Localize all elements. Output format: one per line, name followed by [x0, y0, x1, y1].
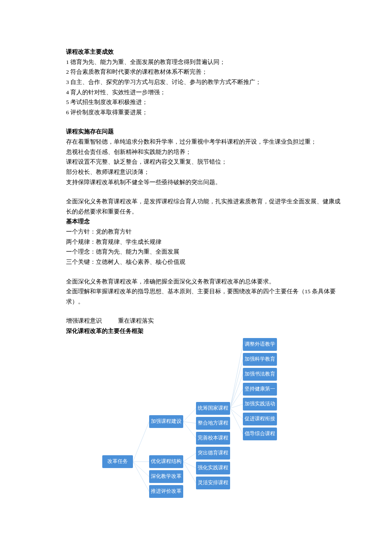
diagram-connectors — [102, 338, 375, 517]
svg-line-16 — [230, 408, 243, 434]
diagram-node-l4: 坚持健康第一 — [243, 383, 277, 396]
section-3-title: 基本理念 — [66, 217, 341, 227]
line-pair-left: 增强课程意识 — [66, 318, 102, 324]
section-1-title: 课程改革主要成效 — [66, 47, 341, 57]
svg-line-14 — [230, 404, 243, 408]
diagram-node-l4: 加强实践活动 — [243, 398, 277, 410]
section-3-item: 一个理念：德育为先、能力为重、全面发展 — [66, 247, 341, 257]
diagram-node-l3: 完善校本课程 — [196, 432, 230, 445]
svg-line-4 — [183, 408, 196, 422]
line-pair: 增强课程意识重在课程落实 — [66, 316, 341, 326]
diagram-node-l3: 统筹国家课程 — [196, 402, 230, 415]
diagram-node-l2: 加强课程建设 — [149, 415, 183, 428]
svg-line-11 — [230, 359, 243, 408]
svg-line-3 — [133, 462, 149, 491]
diagram-node-root: 改革任务 — [102, 455, 133, 468]
diagram-node-l4: 促进课程衔接 — [243, 413, 277, 425]
section-1-item: 6 评价制度改革取得重要进展； — [66, 107, 341, 118]
section-1-item: 2 符合素质教育和时代要求的课程教材体系不断完善； — [66, 67, 341, 77]
section-2-item: 支持保障课程改革机制不健全等一些亟待破解的突出问题。 — [66, 177, 341, 188]
svg-line-12 — [230, 374, 243, 408]
diagram-node-l2: 推进评价改革 — [149, 485, 183, 498]
svg-line-0 — [133, 422, 149, 462]
diagram-node-l2: 优化课程结构 — [149, 455, 183, 468]
diagram-node-l4: 加强书法教育 — [243, 368, 277, 381]
section-2-item: 部分校长、教师课程意识淡薄； — [66, 167, 341, 177]
section-2-item: 忽视社会责任感、创新精神和实践能力的培养； — [66, 147, 341, 157]
section-1-item: 4 育人的针对性、实效性进一步增强； — [66, 87, 341, 98]
section-4-title: 深化课程改革的主要任务框架 — [66, 326, 341, 336]
svg-line-6 — [183, 422, 196, 438]
task-framework-diagram: 改革任务 加强课程建设 优化课程结构 深化教学改革 推进评价改革 统筹国家课程 … — [102, 338, 375, 517]
section-1-item: 5 考试招生制度改革积极推进； — [66, 97, 341, 107]
svg-line-7 — [183, 453, 196, 462]
section-1-item: 3 自主、合作、探究的学习方式与启发、讨论、参与的教学方式不断推广； — [66, 77, 341, 87]
diagram-node-l4: 倡导综合课程 — [243, 428, 277, 440]
diagram-node-l3: 强化实践课程 — [196, 462, 230, 474]
diagram-node-l4: 调整外语教学 — [243, 338, 277, 351]
section-3-item: 三个关键：立德树人、核心素养、核心价值观 — [66, 257, 341, 267]
diagram-node-l3: 整合地方课程 — [196, 417, 230, 430]
diagram-node-l4: 加强科学教育 — [243, 353, 277, 366]
paragraph: 全面深化义务教育课程改革，是发挥课程综合育人功能，扎实推进素质教育，促进学生全面… — [66, 197, 341, 217]
section-2-title: 课程实施存在问题 — [66, 127, 341, 137]
diagram-node-l2: 深化教学改革 — [149, 470, 183, 483]
document-page: 课程改革主要成效 1 德育为先、能力为重、全面发展的教育理念得到普遍认同； 2 … — [0, 0, 392, 543]
diagram-node-l3: 突出德育课程 — [196, 447, 230, 460]
section-3-item: 两个规律：教育规律、学生成长规律 — [66, 237, 341, 247]
paragraph: 全面深化义务教育课程改革，准确把握全面深化义务教育课程改革的总体要求。 — [66, 277, 341, 287]
section-2-item: 课程设置不完整、缺乏整合，课程内容交叉重复、脱节错位； — [66, 157, 341, 167]
section-1-item: 1 德育为先、能力为重、全面发展的教育理念得到普遍认同； — [66, 57, 341, 67]
section-2-item: 存在着重智轻德，单纯追求分数和升学率，过分重视中考学科课程的开设，学生课业负担过… — [66, 137, 341, 147]
paragraph: 全面理解和掌握课程改革的指导思想、基本原则、主要目标，要围绕改革的四个主要任务（… — [66, 286, 341, 306]
svg-line-2 — [133, 462, 149, 477]
svg-line-5 — [183, 422, 196, 423]
section-3-item: 一个方针：党的教育方针 — [66, 227, 341, 237]
line-pair-right: 重在课程落实 — [118, 318, 154, 324]
svg-line-15 — [230, 408, 243, 419]
diagram-node-l3: 灵活安排课程 — [196, 477, 230, 489]
